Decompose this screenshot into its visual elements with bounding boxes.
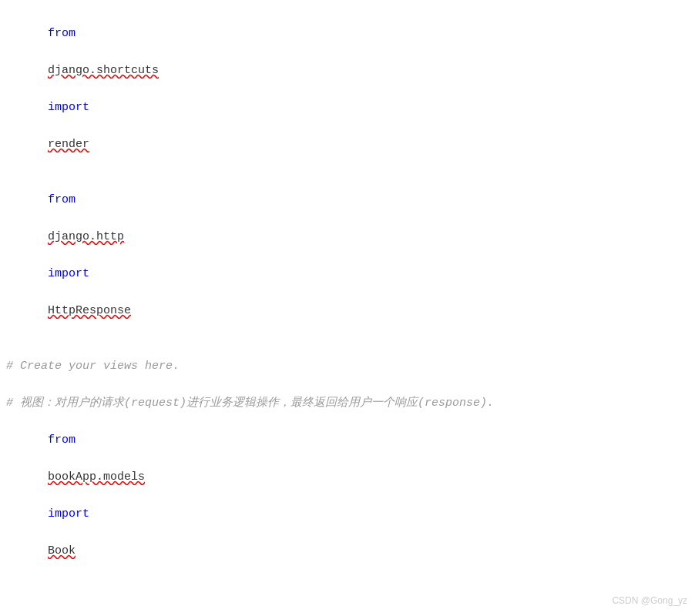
space bbox=[48, 212, 55, 225]
blank-line-2 bbox=[0, 376, 695, 394]
space bbox=[48, 119, 55, 132]
keyword-from: from bbox=[48, 434, 76, 447]
code-editor: from django.shortcuts import render from… bbox=[0, 0, 695, 616]
line-content-7: from bookApp.models import Book bbox=[3, 413, 695, 579]
space bbox=[48, 249, 55, 262]
watermark: CSDN @Gong_yz bbox=[612, 594, 687, 608]
keyword-import: import bbox=[48, 101, 89, 114]
space bbox=[48, 45, 55, 59]
blank-line-1 bbox=[0, 339, 695, 357]
code-line-1: from django.shortcuts import render bbox=[0, 6, 695, 172]
space bbox=[48, 452, 55, 465]
module-name: bookApp.models bbox=[48, 470, 145, 484]
line-content-1: from django.shortcuts import render bbox=[3, 6, 695, 172]
keyword-import: import bbox=[48, 267, 89, 280]
comment-line-1: # Create your views here. bbox=[3, 357, 695, 376]
keyword-from: from bbox=[48, 27, 76, 40]
imported-name: HttpResponse bbox=[48, 304, 131, 317]
code-line-2: from django.http import HttpResponse bbox=[0, 172, 695, 339]
space bbox=[48, 526, 55, 539]
comment-line-2: # 视图：对用户的请求(request)进行业务逻辑操作，最终返回给用户一个响应… bbox=[3, 394, 695, 413]
imported-name: Book bbox=[48, 544, 76, 557]
space bbox=[48, 286, 55, 299]
code-line-7: from bookApp.models import Book bbox=[0, 413, 695, 579]
imported-name: render bbox=[48, 138, 89, 151]
code-line-4: # Create your views here. bbox=[0, 357, 695, 376]
space bbox=[48, 82, 55, 95]
blank-line-4 bbox=[0, 598, 695, 616]
keyword-from: from bbox=[48, 193, 76, 206]
code-line-6: # 视图：对用户的请求(request)进行业务逻辑操作，最终返回给用户一个响应… bbox=[0, 394, 695, 413]
blank-line-3 bbox=[0, 579, 695, 598]
module-name: django.http bbox=[48, 230, 124, 243]
keyword-import: import bbox=[48, 507, 89, 521]
line-content-2: from django.http import HttpResponse bbox=[3, 172, 695, 339]
module-name: django.shortcuts bbox=[48, 64, 159, 77]
space bbox=[48, 489, 55, 502]
